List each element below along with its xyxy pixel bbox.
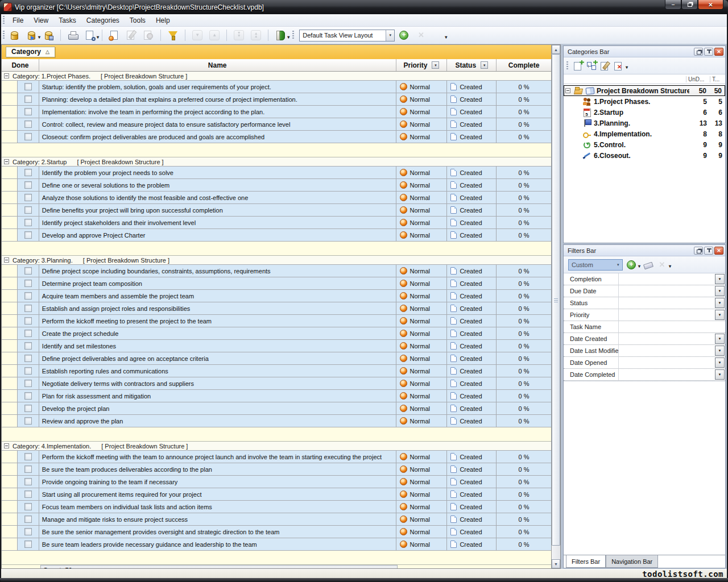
task-row[interactable]: Analyze those solutions to identify the … (2, 192, 551, 204)
scroll-down-icon[interactable]: ▼ (552, 559, 560, 568)
scrollbar-thumb[interactable] (552, 54, 560, 546)
task-status-cell[interactable]: Created (447, 217, 497, 228)
done-checkbox[interactable] (24, 206, 32, 214)
task-priority-cell[interactable]: Normal (396, 265, 448, 277)
filter-value-cell[interactable] (619, 297, 715, 309)
task-complete-cell[interactable]: 0 % (497, 463, 551, 475)
filter-value-cell[interactable] (619, 345, 715, 356)
task-row[interactable]: Perform the kickoff meeting with the tea… (2, 451, 551, 463)
done-checkbox[interactable] (24, 503, 32, 510)
task-status-cell[interactable]: Created (447, 192, 497, 203)
done-checkbox[interactable] (24, 330, 32, 337)
toolbar-icon[interactable] (274, 29, 287, 41)
task-row[interactable]: Establish reporting rules and communicat… (2, 365, 551, 377)
task-status-cell[interactable]: Created (447, 365, 497, 377)
task-name-cell[interactable]: Define one or several solutions to the p… (39, 179, 396, 191)
task-row[interactable]: Define benefits your project will bring … (2, 204, 551, 217)
task-priority-cell[interactable]: Normal (396, 290, 448, 302)
toolbar-icon[interactable] (250, 29, 262, 41)
toolbar-icon[interactable] (226, 30, 227, 41)
menu-item[interactable]: Categories (81, 15, 125, 26)
done-checkbox[interactable] (24, 317, 32, 325)
task-complete-cell[interactable]: 0 % (497, 106, 551, 118)
done-checkbox[interactable] (24, 453, 32, 460)
panel-pin-button[interactable] (704, 247, 713, 255)
done-checkbox[interactable] (24, 95, 32, 103)
close-button[interactable]: ✕ (698, 0, 723, 10)
task-priority-cell[interactable]: Normal (396, 204, 448, 216)
task-priority-cell[interactable]: Normal (396, 340, 448, 352)
task-status-cell[interactable]: Created (447, 513, 497, 525)
task-name-cell[interactable]: Identify project stakeholders and their … (39, 217, 396, 228)
task-name-cell[interactable]: Analyze those solutions to identify the … (39, 192, 396, 203)
task-status-cell[interactable]: Created (447, 290, 497, 302)
panel-restore-button[interactable] (694, 48, 703, 56)
save-filter-icon[interactable] (625, 259, 638, 271)
status-filter-button[interactable]: ▼ (481, 61, 488, 69)
task-name-cell[interactable]: Be sure team leaders provide necessary g… (39, 538, 396, 550)
toolbar-icon[interactable] (185, 30, 185, 41)
task-name-cell[interactable]: Establish reporting rules and communicat… (39, 365, 396, 377)
toolbar-icon[interactable] (42, 29, 55, 41)
task-name-cell[interactable]: Develop the project plan (39, 402, 396, 414)
done-checkbox[interactable] (24, 133, 32, 140)
task-complete-cell[interactable]: 0 % (497, 217, 551, 228)
toolbar-icon[interactable] (25, 29, 38, 41)
panel-tab[interactable]: Filters Bar (566, 555, 606, 568)
task-priority-cell[interactable]: Normal (396, 167, 448, 178)
category-group-row[interactable]: Category: 1.Project Phases. [ Project Br… (2, 72, 551, 81)
dropdown-caret-icon[interactable]: ▾ (38, 35, 40, 40)
task-complete-cell[interactable]: 0 % (497, 352, 551, 364)
task-status-cell[interactable]: Created (447, 501, 497, 513)
menu-item[interactable]: Tools (125, 15, 151, 26)
tree-category-item[interactable]: 2.Startup 6 6 (564, 107, 725, 118)
task-row[interactable]: Create the project schedule Normal (2, 327, 551, 340)
task-complete-cell[interactable]: 0 % (497, 513, 551, 525)
filter-value-cell[interactable] (619, 273, 715, 285)
task-name-cell[interactable]: Determine project team composition (39, 277, 396, 289)
column-header-total[interactable]: T... (710, 76, 725, 82)
combo-dropdown-icon[interactable]: ▾ (617, 263, 622, 267)
done-checkbox[interactable] (24, 528, 32, 535)
group-by-category-button[interactable]: Category △ (6, 47, 55, 57)
filter-value-cell[interactable] (619, 285, 715, 297)
task-status-cell[interactable]: Created (447, 315, 497, 327)
filter-dropdown-button[interactable]: ▼ (715, 274, 725, 284)
task-complete-cell[interactable]: 0 % (497, 290, 551, 302)
task-name-cell[interactable]: Control: collect, review and measure pro… (39, 118, 396, 130)
task-name-cell[interactable]: Start using all procurement items requir… (39, 488, 396, 500)
toolbar-icon[interactable] (84, 29, 96, 41)
category-group-row[interactable]: Category: 2.Startup [ Project Breakdown … (2, 157, 551, 167)
edit-category-icon[interactable] (599, 60, 611, 72)
task-complete-cell[interactable]: 0 % (497, 365, 551, 377)
task-complete-cell[interactable]: 0 % (497, 204, 551, 216)
task-status-cell[interactable]: Created (447, 302, 497, 314)
task-name-cell[interactable]: Plan for risk assessment and mitigation (39, 390, 396, 402)
task-status-cell[interactable]: Created (447, 415, 497, 427)
new-subcategory-icon[interactable] (585, 60, 598, 72)
task-status-cell[interactable]: Created (447, 402, 497, 414)
menu-item[interactable]: View (28, 15, 53, 26)
task-name-cell[interactable]: Be sure the senior management provides o… (39, 526, 396, 538)
dropdown-caret-icon[interactable]: ▾ (626, 65, 628, 70)
task-row[interactable]: Be sure team leaders provide necessary g… (2, 538, 551, 551)
task-priority-cell[interactable]: Normal (396, 365, 448, 377)
task-priority-cell[interactable]: Normal (396, 352, 448, 364)
task-status-cell[interactable]: Created (447, 390, 497, 402)
task-priority-cell[interactable]: Normal (396, 402, 448, 414)
toolbar-icon[interactable] (142, 29, 155, 41)
task-status-cell[interactable]: Created (447, 81, 497, 93)
task-priority-cell[interactable]: Normal (396, 277, 448, 289)
task-status-cell[interactable]: Created (447, 327, 497, 339)
collapse-icon[interactable] (4, 73, 9, 78)
done-checkbox[interactable] (24, 231, 32, 239)
toolbar-icon[interactable] (8, 29, 20, 41)
done-checkbox[interactable] (24, 120, 32, 128)
task-name-cell[interactable]: Closeout: confirm project deliverables a… (39, 131, 396, 143)
task-status-cell[interactable]: Created (447, 93, 497, 105)
task-complete-cell[interactable]: 0 % (497, 415, 551, 427)
task-status-cell[interactable]: Created (447, 167, 497, 178)
filter-dropdown-button[interactable]: ▼ (715, 334, 725, 344)
dropdown-caret-icon[interactable]: ▾ (669, 264, 671, 269)
toolbar-icon[interactable] (160, 30, 161, 41)
